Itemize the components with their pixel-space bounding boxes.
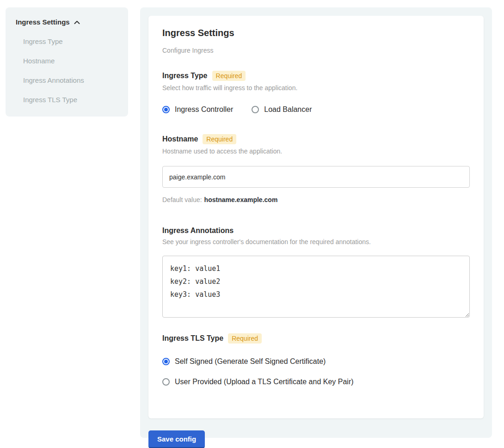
hostname-label: Hostname — [162, 135, 198, 143]
radio-option-load-balancer[interactable]: Load Balancer — [252, 105, 312, 114]
page-subtitle: Configure Ingress — [162, 47, 470, 54]
hostname-input[interactable] — [162, 166, 470, 188]
sidebar-item-ingress-tls-type[interactable]: Ingress TLS Type — [23, 95, 119, 104]
ingress-type-label: Ingress Type — [162, 72, 208, 80]
ingress-type-radio-group: Ingress Controller Load Balancer — [162, 105, 470, 114]
ingress-annotations-textarea[interactable]: key1: value1 key2: value2 key3: value3 — [162, 256, 470, 318]
radio-icon-ingress-controller[interactable] — [162, 106, 170, 113]
chevron-up-icon — [74, 20, 80, 25]
required-badge: Required — [228, 333, 262, 344]
config-sidebar: Ingress Settings Ingress Type Hostname I… — [6, 7, 128, 117]
sidebar-group-label: Ingress Settings — [16, 18, 70, 27]
required-badge: Required — [212, 71, 246, 81]
section-hostname: Hostname Required Hostname used to acces… — [162, 134, 470, 203]
radio-icon-self-signed[interactable] — [162, 358, 170, 365]
sidebar-item-ingress-annotations[interactable]: Ingress Annotations — [23, 76, 119, 85]
required-badge: Required — [203, 134, 236, 144]
ingress-annotations-help: See your ingress controller's documentat… — [162, 238, 470, 245]
sidebar-group-ingress-settings[interactable]: Ingress Settings — [16, 18, 119, 27]
section-ingress-type: Ingress Type Required Select how traffic… — [162, 71, 470, 114]
page-title: Ingress Settings — [162, 28, 470, 38]
radio-option-user-provided[interactable]: User Provided (Upload a TLS Certificate … — [162, 378, 470, 386]
ingress-settings-card: Ingress Settings Configure Ingress Ingre… — [148, 16, 484, 418]
save-config-button[interactable]: Save config — [148, 430, 205, 448]
hostname-default-prefix: Default value: — [162, 196, 202, 203]
ingress-annotations-label: Ingress Annotations — [162, 227, 234, 235]
radio-label-self-signed: Self Signed (Generate Self Signed Certif… — [175, 357, 326, 366]
radio-label-user-provided: User Provided (Upload a TLS Certificate … — [175, 378, 354, 386]
hostname-default-value: hostname.example.com — [204, 196, 278, 203]
hostname-help: Hostname used to access the application. — [162, 147, 470, 155]
radio-label-ingress-controller: Ingress Controller — [175, 105, 233, 114]
config-panel: Ingress Settings Configure Ingress Ingre… — [140, 7, 492, 438]
ingress-tls-type-label: Ingress TLS Type — [162, 334, 223, 343]
radio-option-ingress-controller[interactable]: Ingress Controller — [162, 105, 233, 114]
sidebar-item-ingress-type[interactable]: Ingress Type — [23, 37, 119, 46]
hostname-default-line: Default value:hostname.example.com — [162, 196, 470, 203]
radio-label-load-balancer: Load Balancer — [264, 105, 312, 114]
radio-icon-load-balancer[interactable] — [252, 106, 259, 113]
radio-icon-user-provided[interactable] — [162, 378, 170, 386]
radio-option-self-signed[interactable]: Self Signed (Generate Self Signed Certif… — [162, 357, 470, 366]
sidebar-item-hostname[interactable]: Hostname — [23, 56, 119, 66]
ingress-type-help: Select how traffic will ingress to the a… — [162, 84, 470, 92]
section-ingress-annotations: Ingress Annotations See your ingress con… — [162, 227, 470, 319]
section-ingress-tls-type: Ingress TLS Type Required Self Signed (G… — [162, 333, 470, 386]
